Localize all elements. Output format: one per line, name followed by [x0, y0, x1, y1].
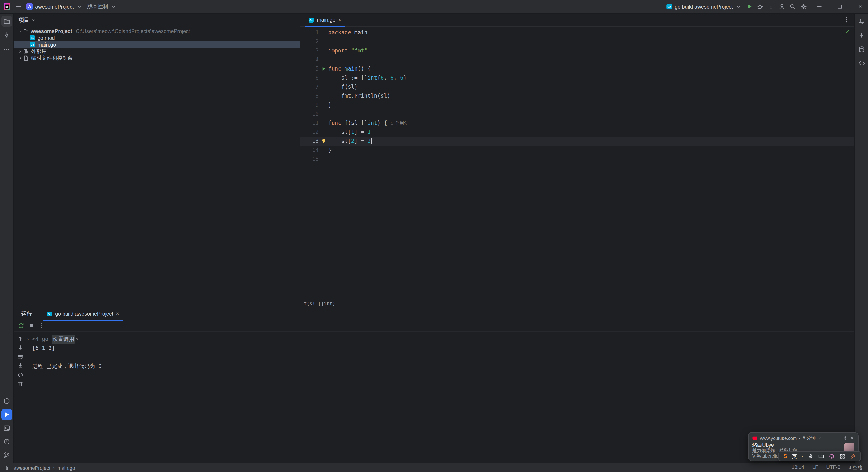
fold-arrow-icon[interactable]: ›	[26, 335, 30, 344]
user-account-icon[interactable]	[778, 3, 785, 10]
code-line[interactable]: 8 fmt.Println(sl)	[300, 91, 855, 100]
run-tab-go-build[interactable]: Go go build awesomeProject ×	[42, 308, 124, 320]
code-line[interactable]: 4	[300, 55, 855, 64]
window-maximize-button[interactable]	[831, 0, 848, 13]
chevron-right-icon[interactable]	[17, 49, 23, 54]
next-occurrence-icon[interactable]	[17, 345, 24, 351]
scroll-to-end-icon[interactable]	[17, 363, 24, 369]
line-number: 1	[300, 28, 319, 37]
tool-button-ai-assistant[interactable]	[856, 30, 867, 41]
editor-context-breadcrumb[interactable]: f(sl []int)	[300, 299, 855, 307]
minimize-icon	[816, 3, 823, 10]
window-close-button[interactable]	[852, 0, 868, 13]
indent-setting[interactable]: 4 空格	[848, 464, 863, 471]
prev-occurrence-icon[interactable]	[17, 336, 24, 342]
project-panel-title: 项目	[19, 16, 29, 24]
code-area[interactable]: ✓ 1package main23import "fmt"45func main…	[300, 27, 855, 299]
console-line: 进程 已完成，退出代码为 0	[27, 362, 855, 371]
scratch-icon	[23, 55, 29, 61]
more-tool-windows-icon	[3, 46, 10, 53]
code-line[interactable]: 10	[300, 109, 855, 119]
code-line[interactable]: 11func f(sl []int) {1 个用法	[300, 119, 855, 127]
chevron-down-icon[interactable]	[17, 28, 23, 34]
code-line[interactable]: 6 sl := []int{6, 6, 6}	[300, 73, 855, 82]
ai-assistant-icon	[858, 32, 865, 39]
code-line[interactable]: 12 sl[1] = 1	[300, 127, 855, 136]
code-line[interactable]: 14}	[300, 146, 855, 155]
tree-item-main-go[interactable]: Gomain.go	[14, 41, 300, 48]
tool-button-database[interactable]	[856, 44, 867, 55]
statusbar-project[interactable]: awesomeProject	[13, 465, 51, 470]
tool-button-notifications[interactable]	[856, 16, 867, 27]
run-gutter-icon[interactable]	[321, 66, 326, 71]
clear-console-icon[interactable]	[17, 381, 24, 387]
statusbar-file[interactable]: main.go	[57, 465, 75, 470]
code-line[interactable]: 9}	[300, 100, 855, 109]
print-icon[interactable]	[17, 372, 24, 378]
stop-icon[interactable]	[28, 322, 35, 329]
toolbox-icon[interactable]	[850, 453, 856, 459]
tree-item-external-libraries[interactable]: 外部库	[14, 48, 300, 55]
code-line[interactable]: 13 sl[2] = 2	[300, 136, 855, 146]
keyboard-icon[interactable]	[818, 453, 824, 459]
tree-item-awesomeProject[interactable]: awesomeProjectC:\Users\meowr\GolandProje…	[14, 28, 300, 34]
main-menu-icon[interactable]	[15, 3, 22, 10]
line-number: 13	[300, 136, 319, 146]
text-caret	[371, 138, 372, 144]
chevron-up-icon[interactable]	[818, 436, 822, 440]
run-tab-close-icon[interactable]: ×	[116, 311, 119, 316]
tool-button-terminal[interactable]	[1, 423, 12, 434]
mic-icon[interactable]	[808, 453, 814, 459]
run-button[interactable]	[746, 3, 753, 10]
tree-item-scratches[interactable]: 临时文件和控制台	[14, 55, 300, 62]
cursor-position[interactable]: 13:14	[792, 464, 804, 471]
window-minimize-button[interactable]	[811, 0, 827, 13]
tab-close-icon[interactable]: ×	[338, 17, 341, 23]
tool-button-problems[interactable]	[1, 436, 12, 447]
run-more-options-icon[interactable]	[38, 322, 45, 329]
lang-toggle[interactable]: 英	[792, 453, 797, 460]
sogou-logo[interactable]: S	[783, 453, 787, 459]
tool-button-project[interactable]	[1, 16, 12, 27]
vcs-menu[interactable]: 版本控制	[87, 3, 117, 10]
code-line[interactable]: 5func main() {	[300, 64, 855, 73]
notification-settings-icon[interactable]	[843, 436, 848, 440]
run-panel-title[interactable]: 运行	[21, 310, 32, 318]
project-name: awesomeProject	[35, 4, 74, 9]
soft-wrap-icon[interactable]	[17, 353, 24, 360]
chevron-right-icon[interactable]	[17, 55, 23, 61]
code-line[interactable]: 3import "fmt"	[300, 46, 855, 55]
code-line[interactable]: 7 f(sl)	[300, 82, 855, 91]
tool-button-more-tool-windows[interactable]	[1, 44, 12, 55]
code-line[interactable]: 1package main	[300, 28, 855, 37]
more-actions-icon[interactable]	[768, 3, 774, 10]
run-config-selector[interactable]: Go go build awesomeProject	[666, 3, 742, 10]
emoji-icon[interactable]	[829, 453, 835, 459]
ime-toolbar: S英·	[778, 451, 861, 461]
tab-options-icon[interactable]	[843, 16, 850, 24]
rerun-icon[interactable]	[18, 322, 24, 329]
code-line[interactable]: 2	[300, 37, 855, 46]
intention-bulb-icon[interactable]	[321, 138, 326, 144]
search-everywhere-icon[interactable]	[789, 3, 796, 10]
tree-item-go-mod[interactable]: Gogo.mod	[14, 34, 300, 41]
file-encoding[interactable]: UTF-8	[826, 464, 840, 471]
tool-button-endpoints[interactable]	[856, 58, 867, 69]
tool-button-commit[interactable]	[1, 30, 12, 41]
project-selector[interactable]: A awesomeProject	[26, 3, 83, 10]
debug-button[interactable]	[757, 3, 764, 10]
console-line	[27, 353, 855, 362]
tool-button-services[interactable]	[1, 396, 12, 406]
line-separator[interactable]: LF	[812, 464, 818, 471]
notification-close-icon[interactable]	[850, 436, 855, 440]
chevron-down-icon	[735, 3, 742, 10]
tool-button-version-control[interactable]	[1, 450, 12, 461]
settings-gear-icon[interactable]	[800, 3, 807, 10]
project-panel-header[interactable]: 项目	[14, 13, 300, 26]
console-lines[interactable]: ›<4 go 设置调用>[6 1 2]进程 已完成，退出代码为 0	[27, 332, 855, 463]
tool-button-run[interactable]	[1, 409, 12, 420]
code-line[interactable]: 15	[300, 155, 855, 164]
app-grid-icon[interactable]	[839, 453, 845, 459]
tab-main-go[interactable]: Go main.go ×	[304, 13, 346, 26]
separator-dot[interactable]: ·	[802, 453, 803, 459]
